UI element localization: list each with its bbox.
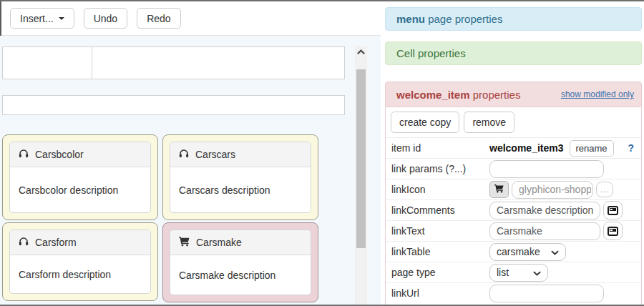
prop-row-link-params: link params (?...) [386, 158, 641, 179]
insert-label: Insert... [20, 13, 54, 24]
card-inner-panel: Carscars Carscars description [170, 142, 311, 213]
scroll-up-icon[interactable] [355, 46, 367, 58]
menu-item-card-carsform[interactable]: Carsform Carsform description [2, 222, 158, 301]
open-editor-button[interactable] [603, 222, 623, 240]
menu-page-properties-header[interactable]: menu page properties [385, 7, 642, 31]
menu-item-card-carsmake-selected[interactable]: Carsmake Carsmake description [162, 222, 318, 302]
welcome-item-properties-header[interactable]: welcome_item properties show modified on… [385, 82, 642, 107]
layout-row-placeholder[interactable] [2, 95, 345, 115]
card-description: Carsform description [10, 255, 150, 293]
insert-dropdown-button[interactable]: Insert... [10, 8, 74, 29]
card-header: Carscars [170, 142, 311, 167]
prop-row-page-type: page type list [386, 262, 641, 282]
card-title: Carsmake [196, 237, 242, 248]
card-header: Carsform [10, 230, 150, 255]
modal-window-icon [608, 206, 618, 215]
cell-properties-header[interactable]: Cell properties [385, 41, 642, 65]
menu-page-properties-title: menu page properties [396, 13, 502, 25]
headphones-icon [179, 149, 189, 160]
left-edge-divider [0, 1, 1, 36]
link-comments-label: linkComments [391, 204, 489, 216]
remove-button[interactable]: remove [464, 112, 514, 133]
item-id-value: welcome_item3 [489, 142, 564, 154]
help-icon[interactable]: ? [628, 142, 634, 154]
shopping-cart-icon [494, 184, 504, 195]
link-icon-label: linkIcon [391, 184, 489, 195]
card-description: Carscars description [170, 167, 311, 212]
properties-panel: menu page properties Cell properties wel… [385, 1, 642, 305]
link-params-input[interactable] [489, 160, 604, 178]
prop-row-link-text: linkText [386, 220, 641, 241]
page-type-label: page type [391, 267, 489, 278]
scrollbar-thumb[interactable] [356, 69, 366, 248]
canvas-panel: Insert... Undo Redo Carsbcolor Carsbcolo… [0, 1, 381, 305]
link-table-label: linkTable [391, 246, 489, 257]
link-icon-input[interactable] [512, 181, 593, 199]
card-title: Carscars [195, 149, 235, 160]
card-title: Carsbcolor [35, 149, 84, 160]
layout-row-placeholder-top[interactable] [2, 46, 345, 79]
modal-window-icon [608, 227, 618, 236]
cell-divider [92, 47, 92, 79]
show-modified-only-link[interactable]: show modified only [561, 89, 634, 99]
link-url-input[interactable] [489, 285, 604, 302]
card-description: Carsmake description [170, 255, 311, 295]
prop-row-link-table: linkTable carsmake [386, 241, 641, 262]
item-action-buttons: create copy remove [386, 107, 641, 137]
prop-row-item-id: item id welcome_item3 rename ? [386, 137, 641, 158]
open-editor-button[interactable] [603, 201, 623, 219]
card-inner-panel: Carsbcolor Carsbcolor description [9, 142, 151, 213]
card-inner-panel: Carsform Carsform description [9, 230, 151, 294]
card-header: Carsbcolor [10, 142, 150, 167]
prop-row-link-icon: linkIcon ... [386, 179, 641, 199]
redo-button[interactable]: Redo [137, 8, 180, 29]
caret-down-icon [59, 17, 64, 20]
link-url-label: linkUrl [391, 287, 489, 299]
prop-row-link-comments: linkComments [386, 199, 641, 220]
create-copy-button[interactable]: create copy [391, 112, 459, 133]
welcome-item-properties-body: create copy remove item id welcome_item3… [385, 107, 642, 305]
card-title: Carsform [35, 237, 77, 248]
item-id-label: item id [391, 142, 489, 154]
card-description: Carsbcolor description [10, 167, 150, 212]
editor-toolbar: Insert... Undo Redo [0, 1, 381, 36]
link-table-select[interactable]: carsmake [489, 243, 566, 261]
headphones-icon [19, 237, 29, 248]
prop-row-link-url: linkUrl [386, 282, 641, 303]
icon-picker-button[interactable]: ... [596, 182, 613, 197]
undo-button[interactable]: Undo [84, 8, 127, 29]
page-type-selected-value: list [497, 267, 509, 278]
chevron-down-icon [551, 246, 559, 257]
menu-item-card-carscars[interactable]: Carscars Carscars description [162, 134, 318, 220]
icon-preview-button[interactable] [489, 181, 509, 198]
link-text-label: linkText [391, 225, 489, 237]
cell-properties-title: Cell properties [396, 47, 466, 59]
page-type-select[interactable]: list [489, 264, 548, 282]
card-inner-panel: Carsmake Carsmake description [170, 230, 311, 295]
card-header: Carsmake [170, 230, 311, 255]
rename-button[interactable]: rename [570, 140, 614, 157]
chevron-down-icon [533, 267, 541, 278]
link-params-label: link params (?...) [391, 163, 489, 174]
link-comments-input[interactable] [489, 202, 600, 219]
headphones-icon [19, 149, 29, 160]
page-editor-window: Insert... Undo Redo Carsbcolor Carsbcolo… [0, 0, 644, 306]
shopping-cart-icon [179, 236, 190, 249]
menu-item-card-carsbcolor[interactable]: Carsbcolor Carsbcolor description [2, 134, 158, 220]
canvas-scrollbar[interactable] [355, 46, 367, 306]
link-text-input[interactable] [489, 222, 600, 240]
welcome-item-properties-title: welcome_item properties [396, 89, 520, 101]
link-table-selected-value: carsmake [497, 246, 540, 257]
